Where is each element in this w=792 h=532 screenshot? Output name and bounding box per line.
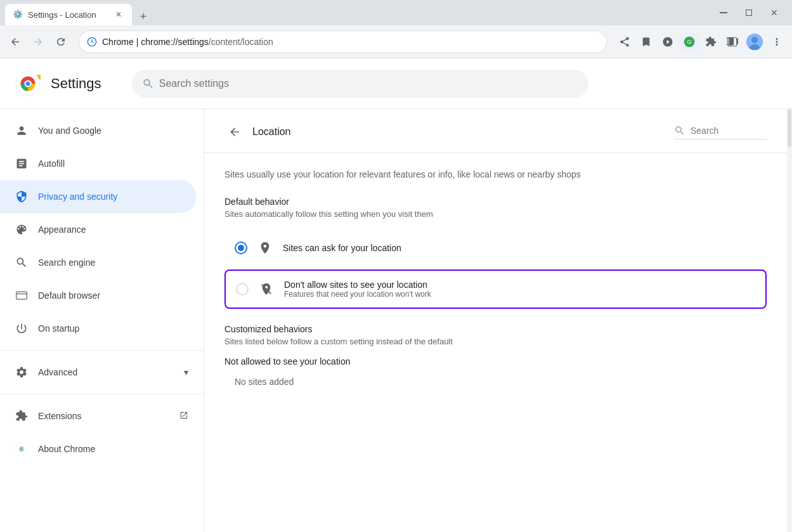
sidebar-item-default-browser[interactable]: Default browser — [0, 279, 204, 312]
location-search-icon — [674, 125, 685, 136]
default-behavior-title: Default behavior — [224, 197, 767, 207]
sidebar-label-on-startup: On startup — [38, 323, 79, 334]
sidebar-item-you-and-google[interactable]: You and Google — [0, 114, 204, 147]
refresh-button[interactable] — [51, 32, 71, 52]
address-text: Chrome | chrome://settings/content/locat… — [102, 37, 599, 47]
reading-list-button[interactable] — [658, 32, 678, 52]
share-button[interactable] — [614, 32, 635, 52]
profile-avatar[interactable] — [746, 34, 763, 50]
sidebar-item-about-chrome[interactable]: About Chrome — [0, 432, 204, 465]
location-header: Location — [204, 109, 787, 153]
browser-frame: ⚙️ Settings - Location ✕ + ✕ — [0, 0, 792, 532]
location-search-input[interactable] — [691, 126, 767, 136]
block-radio-button[interactable] — [236, 283, 249, 295]
sidebar-label-you-and-google: You and Google — [38, 126, 101, 136]
site-info-icon — [87, 37, 97, 47]
location-description: Sites usually use your location for rele… — [224, 168, 767, 181]
sidebar-item-advanced[interactable]: Advanced ▾ — [0, 356, 204, 389]
back-button[interactable] — [5, 32, 25, 52]
main-content: Location Sites usually use your location… — [204, 109, 787, 532]
default-browser-icon — [15, 289, 28, 302]
chrome-logo — [15, 71, 41, 96]
svg-point-8 — [751, 37, 758, 43]
search-icon — [142, 77, 154, 90]
sidebar-item-search-engine[interactable]: Search engine — [0, 246, 204, 279]
close-window-button[interactable]: ✕ — [762, 4, 787, 22]
toolbar-actions: G — [614, 32, 787, 52]
sidebar-divider — [0, 350, 204, 351]
block-location-text: Don't allow sites to see your location F… — [284, 280, 755, 299]
location-title: Location — [252, 126, 291, 138]
tab-title: Settings - Location — [28, 10, 108, 20]
new-tab-button[interactable]: + — [134, 8, 152, 25]
power-icon — [15, 322, 28, 335]
customized-section: Customized behaviors Sites listed below … — [224, 324, 767, 392]
not-allowed-section: Not allowed to see your location No site… — [224, 356, 767, 392]
not-allowed-title: Not allowed to see your location — [224, 356, 767, 367]
location-pin-icon — [257, 240, 273, 256]
customized-title: Customized behaviors — [224, 324, 767, 334]
tab-favicon: ⚙️ — [13, 10, 23, 20]
bookmark-button[interactable] — [636, 32, 656, 52]
search-input[interactable] — [159, 78, 578, 89]
external-link-icon — [179, 411, 188, 422]
content-area: Sites usually use your location for rele… — [204, 153, 787, 407]
browser-toolbar: Chrome | chrome://settings/content/locat… — [0, 25, 792, 58]
settings-body: You and Google Autofill Privacy and secu… — [0, 109, 792, 532]
active-tab[interactable]: ⚙️ Settings - Location ✕ — [5, 4, 132, 25]
customized-subtitle: Sites listed below follow a custom setti… — [224, 337, 767, 346]
block-location-option[interactable]: Don't allow sites to see your location F… — [224, 269, 767, 309]
location-back-button[interactable] — [224, 122, 245, 142]
allow-location-option[interactable]: Sites can ask for your location — [224, 231, 767, 264]
default-behavior-subtitle: Sites automatically follow this setting … — [224, 209, 767, 219]
extensions-icon — [15, 410, 28, 422]
settings-search-bar[interactable] — [132, 70, 588, 98]
sidebar: You and Google Autofill Privacy and secu… — [0, 109, 204, 532]
sidebar-label-advanced: Advanced — [38, 367, 77, 377]
minimize-button[interactable] — [711, 4, 736, 22]
tab-close-button[interactable]: ✕ — [113, 9, 124, 20]
svg-rect-1 — [746, 10, 752, 16]
settings-title: Settings — [51, 75, 101, 92]
sidebar-label-privacy-security: Privacy and security — [38, 191, 117, 202]
sidebar-button[interactable] — [722, 32, 743, 52]
menu-button[interactable] — [767, 32, 787, 52]
scrollbar-track[interactable] — [787, 109, 792, 532]
address-bar[interactable]: Chrome | chrome://settings/content/locat… — [79, 30, 607, 53]
svg-point-16 — [26, 81, 30, 86]
shield-icon — [15, 190, 28, 203]
sidebar-label-about-chrome: About Chrome — [38, 444, 95, 454]
sidebar-item-privacy-security[interactable]: Privacy and security — [0, 180, 196, 213]
search-engine-icon — [15, 256, 28, 269]
svg-point-20 — [20, 448, 23, 450]
scrollbar-thumb[interactable] — [788, 109, 791, 147]
settings-header: Settings — [0, 58, 792, 109]
svg-text:G: G — [687, 39, 691, 45]
no-sites-text: No sites added — [224, 372, 767, 392]
about-chrome-icon — [15, 443, 28, 455]
autofill-icon — [15, 157, 28, 170]
forward-button[interactable] — [28, 32, 48, 52]
sidebar-label-default-browser: Default browser — [38, 290, 100, 301]
location-header-left: Location — [224, 122, 291, 142]
svg-rect-0 — [720, 12, 727, 13]
person-icon — [15, 124, 28, 137]
location-search[interactable] — [674, 125, 767, 139]
google-account-button[interactable]: G — [679, 32, 699, 52]
allow-radio-button[interactable] — [235, 242, 247, 254]
sidebar-divider-2 — [0, 394, 204, 394]
palette-icon — [15, 223, 28, 236]
allow-location-label: Sites can ask for your location — [283, 243, 756, 253]
sidebar-label-appearance: Appearance — [38, 224, 86, 235]
sidebar-item-appearance[interactable]: Appearance — [0, 213, 204, 246]
block-location-label: Don't allow sites to see your location — [284, 280, 755, 290]
sidebar-label-search-engine: Search engine — [38, 257, 95, 268]
sidebar-item-autofill[interactable]: Autofill — [0, 147, 204, 180]
maximize-button[interactable] — [736, 4, 762, 22]
extensions-button[interactable] — [701, 32, 721, 52]
sidebar-item-extensions[interactable]: Extensions — [0, 399, 204, 432]
chevron-down-icon: ▾ — [184, 367, 188, 377]
sidebar-item-on-startup[interactable]: On startup — [0, 312, 204, 345]
sidebar-label-autofill: Autofill — [38, 159, 65, 169]
allow-location-text: Sites can ask for your location — [283, 243, 756, 253]
